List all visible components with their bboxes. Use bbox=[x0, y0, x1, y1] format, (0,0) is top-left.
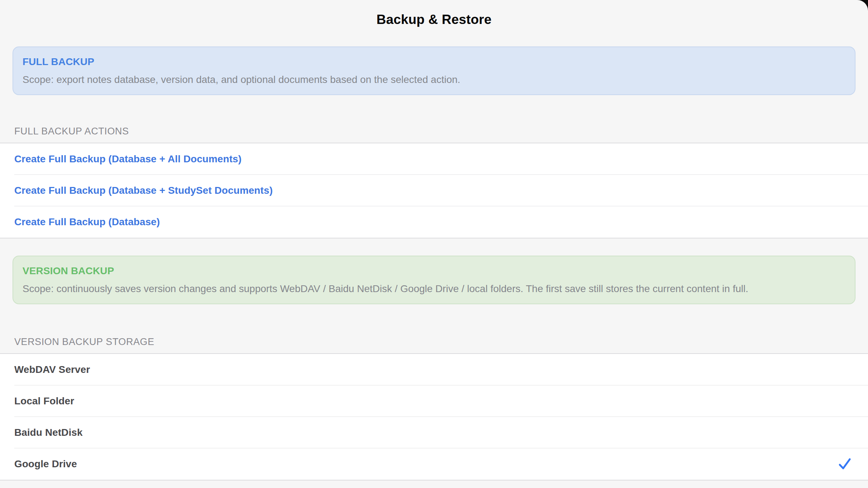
storage-option-label: WebDAV Server bbox=[14, 364, 90, 375]
page-title: Backup & Restore bbox=[0, 0, 868, 27]
storage-option-baidu-netdisk[interactable]: Baidu NetDisk bbox=[0, 417, 868, 448]
window-rounded-corner bbox=[854, 0, 868, 14]
storage-option-label: Google Drive bbox=[14, 458, 77, 470]
version-backup-info-card: VERSION BACKUP Scope: continuously saves… bbox=[13, 256, 855, 304]
action-label: Create Full Backup (Database + All Docum… bbox=[14, 153, 242, 165]
action-label: Create Full Backup (Database) bbox=[14, 216, 160, 228]
storage-option-google-drive[interactable]: Google Drive bbox=[0, 448, 868, 480]
create-full-backup-studyset-documents-button[interactable]: Create Full Backup (Database + StudySet … bbox=[0, 175, 868, 206]
version-backup-card-description: Scope: continuously saves version change… bbox=[23, 283, 845, 295]
version-backup-card-title: VERSION BACKUP bbox=[23, 265, 845, 277]
storage-option-webdav-server[interactable]: WebDAV Server bbox=[0, 354, 868, 385]
checkmark-icon bbox=[837, 457, 852, 472]
create-full-backup-all-documents-button[interactable]: Create Full Backup (Database + All Docum… bbox=[0, 143, 868, 175]
storage-option-local-folder[interactable]: Local Folder bbox=[0, 385, 868, 417]
full-backup-actions-header: FULL BACKUP ACTIONS bbox=[14, 125, 854, 137]
action-label: Create Full Backup (Database + StudySet … bbox=[14, 185, 273, 196]
full-backup-info-card: FULL BACKUP Scope: export notes database… bbox=[13, 46, 855, 95]
full-backup-actions-list: Create Full Backup (Database + All Docum… bbox=[0, 143, 868, 238]
full-backup-card-description: Scope: export notes database, version da… bbox=[23, 74, 845, 86]
version-backup-storage-list: WebDAV Server Local Folder Baidu NetDisk… bbox=[0, 353, 868, 480]
storage-option-label: Baidu NetDisk bbox=[14, 427, 83, 438]
create-full-backup-database-button[interactable]: Create Full Backup (Database) bbox=[0, 206, 868, 238]
version-backup-storage-header: VERSION BACKUP STORAGE bbox=[14, 336, 854, 348]
storage-option-label: Local Folder bbox=[14, 395, 74, 407]
full-backup-card-title: FULL BACKUP bbox=[23, 56, 845, 68]
